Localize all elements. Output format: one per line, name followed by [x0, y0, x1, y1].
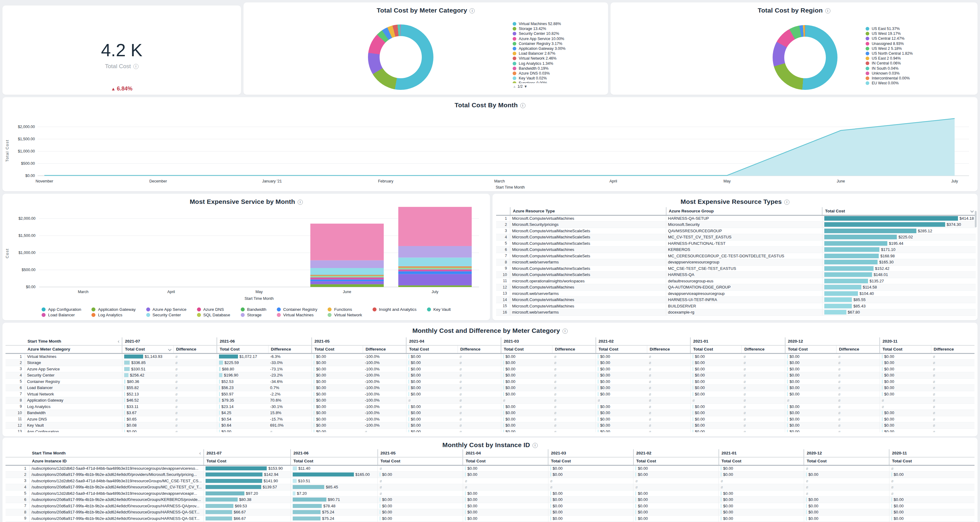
legend-item[interactable]: Bandwidth: [241, 307, 266, 312]
table-row[interactable]: 12Microsoft.Compute/virtualMachinesQA-AU…: [496, 284, 976, 290]
resource-group-cell[interactable]: defaultresourcegroup-eus: [666, 278, 822, 284]
legend-item[interactable]: US West 19.17%: [865, 31, 967, 36]
table-row[interactable]: 6/subscriptions/20d6a917-99fa-4b1b-9b2e-…: [5, 497, 975, 503]
difference-cell[interactable]: ø: [647, 397, 690, 404]
legend-item[interactable]: Azure DNS 0.03%: [512, 71, 605, 76]
difference-cell[interactable]: ø: [931, 397, 975, 404]
region-donut-chart[interactable]: [773, 25, 837, 90]
total-cost-cell[interactable]: $0.00: [785, 410, 837, 416]
total-cost-cell[interactable]: ø: [690, 397, 742, 404]
total-cost-cell[interactable]: $56.23: [217, 385, 268, 391]
difference-cell[interactable]: ø: [837, 378, 880, 385]
total-cost-cell[interactable]: $165.30: [822, 259, 976, 266]
resource-group-cell[interactable]: QA-AUTOMATION-EDGE_GROUP: [666, 284, 822, 290]
total-cost-cell[interactable]: $23.14: [217, 403, 268, 410]
total-cost-cell[interactable]: $0.00: [804, 515, 889, 522]
legend-item[interactable]: Load Balancer 2.67%: [512, 51, 605, 56]
total-cost-cell[interactable]: $66.67: [204, 515, 291, 522]
resource-type-cell[interactable]: Microsoft.Compute/virtualMachines: [510, 247, 666, 253]
total-cost-cell[interactable]: $0.00: [596, 391, 647, 397]
table-row[interactable]: 14Microsoft.Compute/virtualMachinesHARNE…: [496, 297, 976, 303]
total-cost-cell[interactable]: $0.00: [804, 509, 889, 516]
total-cost-cell[interactable]: $0.00: [463, 465, 548, 471]
total-cost-cell[interactable]: $0.00: [406, 391, 458, 397]
category-cell[interactable]: Log Analytics: [25, 403, 123, 410]
category-cell[interactable]: App Configuration: [25, 428, 123, 432]
table-row[interactable]: 1Virtual Machines$1,143.93ø$1,072.17-6.3…: [5, 353, 975, 360]
category-cell[interactable]: Container Registry: [25, 378, 123, 385]
difference-cell[interactable]: ø: [837, 360, 880, 366]
total-cost-cell[interactable]: $0.00: [880, 416, 931, 422]
total-cost-cell[interactable]: $0.00: [463, 497, 548, 503]
difference-cell[interactable]: -30.1%: [268, 403, 312, 410]
difference-cell[interactable]: ø: [552, 410, 596, 416]
col-header-difference[interactable]: Difference: [458, 345, 501, 353]
difference-cell[interactable]: ø: [173, 422, 217, 429]
difference-cell[interactable]: -23.2%: [268, 372, 312, 379]
difference-cell[interactable]: ø: [931, 372, 975, 379]
total-cost-cell[interactable]: $0.00: [690, 391, 742, 397]
difference-cell[interactable]: ø: [173, 397, 217, 404]
col-header-total-cost[interactable]: Total Cost: [463, 457, 548, 465]
difference-cell[interactable]: ø: [742, 422, 785, 429]
total-cost-cell[interactable]: $0.00: [501, 360, 552, 366]
total-cost-cell[interactable]: $0.00: [122, 428, 173, 432]
category-cell[interactable]: Azure App Service: [25, 366, 123, 372]
month-area-chart[interactable]: $0.00$500.00$1,000.00$1,500.00$2,000.00N…: [2, 97, 978, 191]
total-cost-cell[interactable]: $85.55: [822, 297, 976, 303]
instance-id-column-header[interactable]: Azure Instance ID: [29, 457, 204, 465]
total-cost-cell[interactable]: $0.00: [633, 509, 719, 516]
difference-cell[interactable]: ø: [173, 366, 217, 372]
legend-item[interactable]: Azure App Service 10.00%: [512, 36, 605, 41]
total-cost-cell[interactable]: $0.00: [548, 503, 633, 509]
difference-cell[interactable]: ø: [647, 403, 690, 410]
difference-cell[interactable]: -100.0%: [363, 403, 407, 410]
total-cost-cell[interactable]: $153.90: [204, 465, 291, 471]
difference-cell[interactable]: ø: [837, 428, 880, 432]
difference-cell[interactable]: -100.0%: [363, 366, 407, 372]
total-cost-cell[interactable]: $0.00: [690, 416, 742, 422]
resource-type-cell[interactable]: microsoft.operationalinsights/workspaces: [510, 278, 666, 284]
total-cost-cell[interactable]: ø: [378, 465, 463, 471]
total-cost-cell[interactable]: $0.00: [785, 391, 837, 397]
total-cost-cell[interactable]: $152.42: [822, 265, 976, 272]
difference-cell[interactable]: ø: [458, 378, 501, 385]
total-cost-cell[interactable]: ø: [406, 397, 458, 404]
total-cost-cell[interactable]: $0.00: [548, 515, 633, 522]
difference-cell[interactable]: 70.6%: [268, 397, 312, 404]
legend-item[interactable]: Application Gateway 3.00%: [512, 46, 605, 51]
total-cost-cell[interactable]: $75.24: [291, 509, 377, 516]
category-cell[interactable]: Application Gateway: [25, 397, 123, 404]
total-cost-cell[interactable]: $0.00: [719, 471, 804, 478]
legend-item[interactable]: Functions 0.00%: [512, 81, 605, 83]
total-cost-cell[interactable]: $69.53: [204, 503, 291, 509]
total-cost-cell[interactable]: $0.00: [880, 422, 931, 429]
resource-group-cell[interactable]: HARNESS-QA: [666, 272, 822, 278]
table-row[interactable]: 3/subscriptions/12d2db62-5aa9-471d-84bb-…: [5, 478, 975, 484]
legend-item[interactable]: US East 51.37%: [865, 26, 967, 31]
resource-group-cell[interactable]: devappserviceresourcegroup: [666, 259, 822, 266]
table-row[interactable]: 10Bandwidth$3.67ø$4.2515.8%$0.00-100.0%$…: [5, 410, 975, 416]
difference-cell[interactable]: ø: [458, 385, 501, 391]
legend-item[interactable]: Container Registry: [277, 307, 318, 312]
total-cost-cell[interactable]: $88.80: [217, 366, 268, 372]
total-cost-cell[interactable]: $0.00: [785, 416, 837, 422]
total-cost-cell[interactable]: $1,072.17: [217, 353, 268, 360]
info-icon[interactable]: i: [825, 8, 830, 13]
col-header-resource-type[interactable]: Azure Resource Type: [510, 207, 666, 215]
resource-group-cell[interactable]: QAVMSSRESOURCEGROUP: [666, 228, 822, 234]
total-cost-cell[interactable]: $0.00: [889, 497, 975, 503]
difference-cell[interactable]: ø: [931, 422, 975, 429]
total-cost-cell[interactable]: ø: [501, 397, 552, 404]
legend-item[interactable]: Storage: [241, 313, 266, 317]
legend-item[interactable]: EU West 0.00%: [865, 81, 967, 86]
total-cost-cell[interactable]: $104.40: [822, 290, 976, 297]
difference-cell[interactable]: ø: [931, 410, 975, 416]
difference-cell[interactable]: ø: [931, 366, 975, 372]
difference-cell[interactable]: ø: [173, 416, 217, 422]
table-row[interactable]: 8Application Gateway$46.52ø$79.3570.6%$0…: [5, 397, 975, 404]
difference-cell[interactable]: ø: [458, 397, 501, 404]
total-cost-cell[interactable]: $0.00: [690, 410, 742, 416]
table-row[interactable]: 5Microsoft.Compute/virtualMachineScaleSe…: [496, 240, 976, 247]
total-cost-cell[interactable]: $0.00: [596, 353, 647, 360]
